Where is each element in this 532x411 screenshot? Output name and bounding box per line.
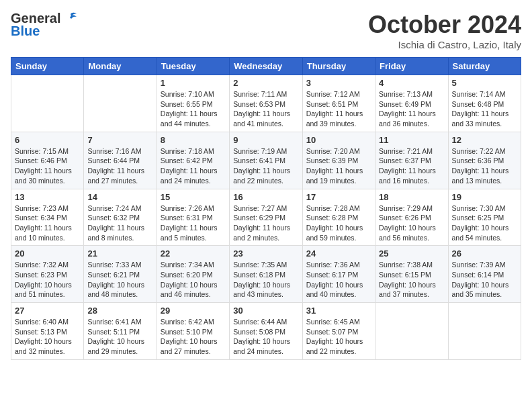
day-number: 13 (15, 192, 80, 202)
daylight-label: Daylight: 11 hours and 16 minutes. (379, 167, 436, 185)
weekday-header-monday: Monday (84, 58, 157, 75)
calendar-cell: 31 Sunrise: 6:45 AM Sunset: 5:07 PM Dayl… (302, 303, 375, 360)
calendar-header-row: SundayMondayTuesdayWednesdayThursdayFrid… (11, 58, 521, 75)
sunrise-label: Sunrise: 7:23 AM (15, 204, 69, 212)
calendar-cell (375, 303, 448, 360)
day-number: 30 (233, 306, 298, 316)
day-info: Sunrise: 7:30 AM Sunset: 6:25 PM Dayligh… (452, 203, 517, 243)
daylight-label: Daylight: 11 hours and 33 minutes. (452, 109, 509, 128)
calendar-week-row: 13 Sunrise: 7:23 AM Sunset: 6:34 PM Dayl… (11, 189, 521, 246)
sunset-label: Sunset: 6:15 PM (379, 271, 431, 279)
sunrise-label: Sunrise: 6:44 AM (233, 318, 287, 326)
daylight-label: Daylight: 10 hours and 37 minutes. (379, 281, 436, 299)
sunset-label: Sunset: 6:20 PM (161, 271, 213, 279)
day-number: 3 (306, 78, 371, 88)
weekday-header-thursday: Thursday (302, 58, 375, 75)
sunset-label: Sunset: 6:21 PM (87, 271, 140, 279)
day-info: Sunrise: 7:34 AM Sunset: 6:20 PM Dayligh… (161, 260, 226, 300)
sunset-label: Sunset: 5:07 PM (306, 328, 359, 336)
sunrise-label: Sunrise: 7:33 AM (87, 261, 141, 269)
calendar-cell: 8 Sunrise: 7:18 AM Sunset: 6:42 PM Dayli… (157, 132, 229, 189)
daylight-label: Daylight: 10 hours and 56 minutes. (379, 224, 436, 242)
calendar-cell: 15 Sunrise: 7:26 AM Sunset: 6:31 PM Dayl… (157, 189, 229, 246)
sunrise-label: Sunrise: 7:22 AM (452, 147, 506, 155)
sunset-label: Sunset: 6:42 PM (161, 156, 213, 165)
sunset-label: Sunset: 6:14 PM (452, 271, 504, 279)
calendar-cell: 19 Sunrise: 7:30 AM Sunset: 6:25 PM Dayl… (448, 189, 521, 246)
calendar-cell: 14 Sunrise: 7:24 AM Sunset: 6:32 PM Dayl… (84, 189, 157, 246)
calendar-cell: 25 Sunrise: 7:38 AM Sunset: 6:15 PM Dayl… (375, 246, 448, 303)
calendar-cell: 13 Sunrise: 7:23 AM Sunset: 6:34 PM Dayl… (11, 189, 84, 246)
sunset-label: Sunset: 6:55 PM (161, 100, 213, 108)
calendar-cell: 9 Sunrise: 7:19 AM Sunset: 6:41 PM Dayli… (230, 132, 302, 189)
day-info: Sunrise: 7:24 AM Sunset: 6:32 PM Dayligh… (87, 203, 152, 243)
day-info: Sunrise: 7:19 AM Sunset: 6:41 PM Dayligh… (233, 146, 298, 186)
day-info: Sunrise: 7:28 AM Sunset: 6:28 PM Dayligh… (306, 203, 371, 243)
day-info: Sunrise: 7:35 AM Sunset: 6:18 PM Dayligh… (233, 260, 298, 300)
day-number: 26 (452, 248, 517, 259)
sunrise-label: Sunrise: 7:12 AM (306, 90, 360, 98)
month-title: October 2024 (368, 11, 521, 39)
day-number: 29 (161, 306, 226, 316)
day-number: 25 (379, 248, 444, 259)
sunset-label: Sunset: 6:32 PM (87, 214, 140, 222)
day-info: Sunrise: 7:18 AM Sunset: 6:42 PM Dayligh… (161, 146, 226, 186)
sunset-label: Sunset: 6:25 PM (452, 214, 504, 222)
day-info: Sunrise: 7:38 AM Sunset: 6:15 PM Dayligh… (379, 260, 444, 300)
daylight-label: Daylight: 11 hours and 8 minutes. (87, 224, 144, 242)
sunset-label: Sunset: 6:37 PM (379, 156, 431, 165)
day-number: 8 (161, 135, 226, 145)
daylight-label: Daylight: 11 hours and 44 minutes. (161, 109, 218, 128)
day-info: Sunrise: 7:27 AM Sunset: 6:29 PM Dayligh… (233, 203, 298, 243)
day-number: 14 (87, 192, 152, 202)
day-info: Sunrise: 6:44 AM Sunset: 5:08 PM Dayligh… (233, 317, 298, 357)
daylight-label: Daylight: 11 hours and 10 minutes. (15, 224, 72, 242)
weekday-header-tuesday: Tuesday (157, 58, 229, 75)
day-number: 4 (379, 78, 444, 88)
weekday-header-friday: Friday (375, 58, 448, 75)
sunset-label: Sunset: 6:34 PM (15, 214, 67, 222)
sunrise-label: Sunrise: 7:19 AM (233, 147, 287, 155)
calendar-week-row: 20 Sunrise: 7:32 AM Sunset: 6:23 PM Dayl… (11, 246, 521, 303)
day-info: Sunrise: 7:20 AM Sunset: 6:39 PM Dayligh… (306, 146, 371, 186)
sunrise-label: Sunrise: 7:26 AM (161, 204, 214, 212)
calendar-cell: 22 Sunrise: 7:34 AM Sunset: 6:20 PM Dayl… (157, 246, 229, 303)
day-number: 22 (161, 248, 226, 259)
sunrise-label: Sunrise: 7:38 AM (379, 261, 433, 269)
calendar-cell: 11 Sunrise: 7:21 AM Sunset: 6:37 PM Dayl… (375, 132, 448, 189)
day-number: 2 (233, 78, 298, 88)
daylight-label: Daylight: 11 hours and 41 minutes. (233, 109, 290, 128)
day-number: 15 (161, 192, 226, 202)
day-number: 20 (15, 248, 80, 259)
calendar-week-row: 1 Sunrise: 7:10 AM Sunset: 6:55 PM Dayli… (11, 75, 521, 132)
calendar-title-area: October 2024 Ischia di Castro, Lazio, It… (368, 11, 521, 50)
daylight-label: Daylight: 11 hours and 24 minutes. (161, 167, 218, 185)
logo-blue-text: Blue (11, 24, 40, 39)
calendar-cell: 5 Sunrise: 7:14 AM Sunset: 6:48 PM Dayli… (448, 75, 521, 132)
daylight-label: Daylight: 11 hours and 39 minutes. (306, 109, 363, 128)
sunset-label: Sunset: 5:08 PM (233, 328, 285, 336)
sunset-label: Sunset: 6:31 PM (161, 214, 213, 222)
sunrise-label: Sunrise: 7:11 AM (233, 90, 287, 98)
daylight-label: Daylight: 10 hours and 43 minutes. (233, 281, 290, 299)
day-info: Sunrise: 7:12 AM Sunset: 6:51 PM Dayligh… (306, 89, 371, 129)
location-text: Ischia di Castro, Lazio, Italy (368, 39, 521, 50)
sunrise-label: Sunrise: 7:16 AM (87, 147, 141, 155)
sunset-label: Sunset: 6:39 PM (306, 156, 359, 165)
sunset-label: Sunset: 6:49 PM (379, 100, 431, 108)
weekday-header-saturday: Saturday (448, 58, 521, 75)
day-number: 16 (233, 192, 298, 202)
day-info: Sunrise: 7:10 AM Sunset: 6:55 PM Dayligh… (161, 89, 226, 129)
logo: General Blue (11, 11, 78, 39)
sunset-label: Sunset: 6:53 PM (233, 100, 285, 108)
sunset-label: Sunset: 6:28 PM (306, 214, 359, 222)
sunset-label: Sunset: 6:48 PM (452, 100, 504, 108)
day-info: Sunrise: 7:13 AM Sunset: 6:49 PM Dayligh… (379, 89, 444, 129)
day-number: 21 (87, 248, 152, 259)
day-info: Sunrise: 7:26 AM Sunset: 6:31 PM Dayligh… (161, 203, 226, 243)
sunrise-label: Sunrise: 7:36 AM (306, 261, 360, 269)
day-number: 27 (15, 306, 80, 316)
calendar-cell: 2 Sunrise: 7:11 AM Sunset: 6:53 PM Dayli… (230, 75, 302, 132)
day-number: 17 (306, 192, 371, 202)
sunset-label: Sunset: 6:29 PM (233, 214, 285, 222)
